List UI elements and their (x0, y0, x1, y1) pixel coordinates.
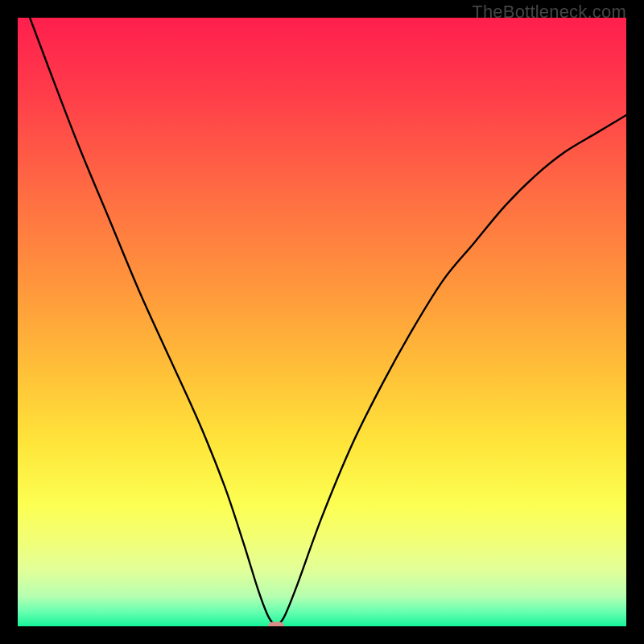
bottleneck-curve (18, 18, 626, 626)
plot-area (18, 18, 626, 626)
chart-frame: TheBottleneck.com (0, 0, 644, 644)
watermark-label: TheBottleneck.com (472, 2, 626, 23)
optimal-marker (268, 622, 284, 627)
